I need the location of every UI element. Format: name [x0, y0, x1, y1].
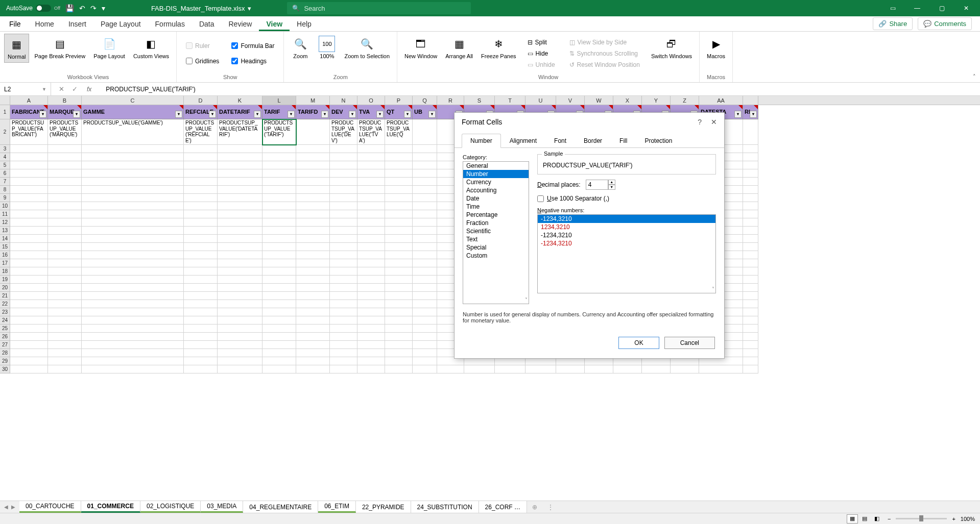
cell[interactable] — [10, 194, 48, 202]
cell[interactable] — [184, 161, 218, 169]
cell[interactable] — [296, 276, 330, 284]
zoom-out-icon[interactable]: − — [888, 516, 891, 522]
cell[interactable] — [330, 259, 357, 267]
cell[interactable] — [330, 325, 357, 333]
cell[interactable] — [10, 284, 48, 292]
cell[interactable] — [385, 227, 413, 235]
cell[interactable] — [262, 145, 296, 153]
cell[interactable] — [82, 218, 184, 227]
table-header-cell[interactable]: DEV▾ — [330, 105, 357, 119]
switch-windows-button[interactable]: 🗗Switch Windows — [648, 34, 695, 62]
cell[interactable] — [48, 235, 82, 243]
cell[interactable] — [413, 365, 437, 373]
fx-icon[interactable]: fx — [84, 86, 94, 93]
table-header-cell[interactable]: QT▾ — [385, 105, 413, 119]
cell[interactable] — [10, 235, 48, 243]
cell[interactable] — [218, 349, 262, 357]
cell[interactable] — [184, 276, 218, 284]
cell[interactable] — [262, 276, 296, 284]
cell[interactable] — [413, 349, 437, 357]
row-header[interactable]: 24 — [0, 316, 10, 325]
cell[interactable] — [385, 259, 413, 267]
row-header[interactable]: 18 — [0, 267, 10, 276]
cell[interactable] — [385, 202, 413, 210]
dialog-tab-alignment[interactable]: Alignment — [501, 134, 545, 148]
cell[interactable] — [385, 308, 413, 316]
cell[interactable] — [262, 325, 296, 333]
cell[interactable]: PRODUCTSUP_VALUE('DATETARIF') — [218, 119, 262, 145]
cell[interactable] — [48, 169, 82, 178]
filter-icon[interactable]: ▾ — [39, 111, 46, 118]
cell[interactable] — [10, 243, 48, 251]
cell[interactable] — [385, 316, 413, 325]
category-item[interactable]: Accounting — [463, 186, 529, 194]
autosave-toggle[interactable]: AutoSave Off — [6, 5, 60, 12]
ribbon-display-icon[interactable]: ▭ — [881, 0, 904, 16]
cell[interactable] — [218, 259, 262, 267]
cell[interactable] — [743, 349, 758, 357]
cell[interactable] — [413, 267, 437, 276]
column-header[interactable]: D — [184, 96, 218, 105]
cell[interactable] — [296, 119, 330, 145]
cell[interactable] — [48, 292, 82, 300]
cell[interactable] — [184, 365, 218, 373]
category-item[interactable]: Number — [463, 170, 529, 178]
cell[interactable] — [262, 259, 296, 267]
cell[interactable] — [743, 284, 758, 292]
cell[interactable] — [262, 365, 296, 373]
select-all-corner[interactable] — [0, 96, 10, 105]
cell[interactable] — [218, 210, 262, 218]
cell[interactable] — [296, 341, 330, 349]
cell[interactable] — [385, 284, 413, 292]
column-header[interactable] — [743, 96, 758, 105]
sheet-tab[interactable]: 24_SUBSTITUTION — [411, 501, 479, 513]
cell[interactable] — [385, 153, 413, 161]
cell[interactable] — [296, 235, 330, 243]
cell[interactable] — [743, 267, 758, 276]
cell[interactable] — [262, 349, 296, 357]
cell[interactable] — [296, 178, 330, 186]
cell[interactable] — [82, 341, 184, 349]
page-break-view-icon[interactable]: ◧ — [871, 514, 882, 523]
cell[interactable] — [262, 178, 296, 186]
cell[interactable] — [743, 243, 758, 251]
file-tab[interactable]: File — [2, 17, 28, 31]
cell[interactable] — [642, 365, 671, 373]
cell[interactable] — [82, 161, 184, 169]
cell[interactable] — [330, 357, 357, 365]
cell[interactable] — [330, 365, 357, 373]
cell[interactable]: PRODUCTSUP_VALUE('FABRICANT') — [10, 119, 48, 145]
cell[interactable] — [82, 300, 184, 308]
cell[interactable] — [413, 259, 437, 267]
cell[interactable] — [330, 267, 357, 276]
cell[interactable] — [218, 194, 262, 202]
cell[interactable] — [385, 169, 413, 178]
cell[interactable] — [385, 145, 413, 153]
cell[interactable] — [262, 210, 296, 218]
column-header[interactable]: B — [48, 96, 82, 105]
cell[interactable] — [262, 333, 296, 341]
cell[interactable] — [296, 202, 330, 210]
cell[interactable] — [385, 267, 413, 276]
cell[interactable] — [743, 365, 758, 373]
cell[interactable] — [413, 333, 437, 341]
table-header-cell[interactable]: MARQUE▾ — [48, 105, 82, 119]
cell[interactable] — [10, 169, 48, 178]
row-header[interactable]: 3 — [0, 145, 10, 153]
save-icon[interactable]: 💾 — [65, 4, 74, 12]
spinner-up-icon[interactable]: ▲ — [608, 180, 615, 185]
cell[interactable] — [184, 218, 218, 227]
column-header[interactable]: V — [556, 96, 585, 105]
cell[interactable] — [48, 202, 82, 210]
cell[interactable] — [10, 308, 48, 316]
formula-input[interactable]: PRODUCTSUP_VALUE('TARIF') — [101, 86, 980, 93]
cell[interactable] — [184, 349, 218, 357]
cell[interactable] — [413, 194, 437, 202]
cell[interactable] — [296, 300, 330, 308]
cell[interactable] — [10, 186, 48, 194]
cell[interactable] — [82, 365, 184, 373]
cell[interactable] — [330, 276, 357, 284]
cell[interactable] — [385, 194, 413, 202]
hide-button[interactable]: ▭ Hide — [525, 49, 557, 58]
cell[interactable] — [184, 210, 218, 218]
